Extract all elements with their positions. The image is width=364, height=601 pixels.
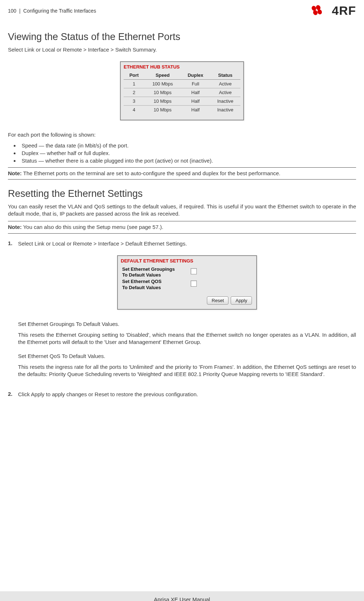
divider bbox=[8, 167, 356, 168]
divider bbox=[8, 233, 356, 234]
col-port: Port bbox=[124, 71, 145, 80]
step-2: Click Apply to apply changes or Reset to… bbox=[8, 391, 356, 402]
ports-intro: For each port the following is shown: bbox=[8, 131, 356, 138]
col-status: Status bbox=[210, 71, 240, 80]
note-label: Note: bbox=[8, 224, 22, 230]
list-item: Status — whether there is a cable plugge… bbox=[19, 158, 356, 164]
note-text: You can also do this using the Setup men… bbox=[22, 224, 163, 230]
groupings-default-title: Set Ethernet Groupings To Default Values… bbox=[18, 321, 356, 328]
nav-path-1: Select Link or Local or Remote > Interfa… bbox=[8, 46, 356, 53]
divider bbox=[8, 179, 356, 180]
note-text: The Ethernet ports on the terminal are s… bbox=[22, 170, 280, 176]
list-item: Duplex — whether half or full duplex. bbox=[19, 150, 356, 156]
table-row: 3 10 Mbps Half Inactive bbox=[124, 97, 240, 106]
apply-button[interactable]: Apply bbox=[231, 296, 252, 305]
divider bbox=[8, 221, 356, 221]
set-qos-label: Set Ethernet QOS To Default Values bbox=[122, 279, 191, 291]
ethernet-hub-status-panel: ETHERNET HUB STATUS Port Speed Duplex St… bbox=[120, 61, 244, 120]
table-row: 2 10 Mbps Half Active bbox=[124, 88, 240, 97]
default-ethernet-settings-panel: DEFAULT ETHERNET SETTINGS Set Ethernet G… bbox=[117, 255, 257, 310]
port-fields-list: Speed — the data rate (in Mbit/s) of the… bbox=[8, 142, 356, 164]
set-groupings-checkbox[interactable] bbox=[191, 268, 197, 274]
panel-title: DEFAULT ETHERNET SETTINGS bbox=[118, 256, 256, 264]
step-1: Select Link or Local or Remote > Interfa… bbox=[8, 240, 356, 385]
panel-title: ETHERNET HUB STATUS bbox=[121, 62, 243, 70]
set-qos-checkbox[interactable] bbox=[191, 280, 197, 287]
list-item: Speed — the data rate (in Mbit/s) of the… bbox=[19, 142, 356, 149]
page-header: 100 | Configuring the Traffic Interfaces… bbox=[8, 4, 356, 18]
petals-icon bbox=[311, 5, 330, 17]
note-autoconfig: Note: The Ethernet ports on the terminal… bbox=[8, 170, 356, 177]
note-label: Note: bbox=[8, 170, 22, 176]
set-groupings-label: Set Ethernet Groupings To Default Values bbox=[122, 266, 191, 278]
groupings-default-body: This resets the Ethernet Grouping settin… bbox=[18, 331, 356, 346]
table-row: 1 100 Mbps Full Active bbox=[124, 80, 240, 88]
table-row: 4 10 Mbps Half Inactive bbox=[124, 106, 240, 114]
page-number: 100 bbox=[8, 8, 16, 14]
note-setup-menu: Note: You can also do this using the Set… bbox=[8, 224, 356, 231]
brand-text: 4RF bbox=[332, 4, 356, 18]
reset-button[interactable]: Reset bbox=[207, 296, 228, 305]
nav-path-2: Select Link or Local or Remote > Interfa… bbox=[18, 240, 356, 247]
col-duplex: Duplex bbox=[181, 71, 210, 80]
qos-default-title: Set Ethernet QoS To Default Values. bbox=[18, 353, 356, 360]
chapter-title: Configuring the Traffic Interfaces bbox=[23, 8, 96, 14]
separator: | bbox=[19, 8, 21, 14]
col-speed: Speed bbox=[145, 71, 181, 80]
heading-viewing-status: Viewing the Status of the Ethernet Ports bbox=[8, 31, 356, 43]
resetting-intro: You can easily reset the VLAN and QoS se… bbox=[8, 203, 356, 218]
qos-default-body: This resets the ingress rate for all the… bbox=[18, 363, 356, 378]
heading-resetting: Resetting the Ethernet Settings bbox=[8, 188, 356, 199]
apply-reset-instruction: Click Apply to apply changes or Reset to… bbox=[18, 391, 356, 398]
page-footer: Aprisa XE User Manual bbox=[0, 591, 364, 601]
header-breadcrumb: 100 | Configuring the Traffic Interfaces bbox=[8, 8, 96, 14]
brand-logo: 4RF bbox=[311, 4, 356, 18]
hub-status-table: Port Speed Duplex Status 1 100 Mbps Full… bbox=[124, 71, 240, 114]
